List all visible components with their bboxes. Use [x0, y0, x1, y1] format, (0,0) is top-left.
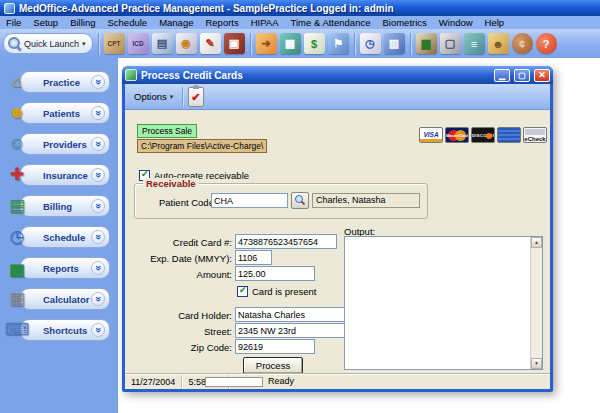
sidebar-item-label: Patients [43, 108, 80, 119]
menu-reports[interactable]: Reports [199, 17, 244, 28]
dialog-statusbar: 11/27/2004 5:58 PM Ready [125, 374, 550, 389]
app-icon [4, 3, 15, 14]
imaging-icon[interactable]: ▦ [280, 33, 301, 54]
shortcuts-icon: ⌨ [4, 316, 30, 343]
output-textarea[interactable]: ▲ ▼ [344, 236, 543, 370]
sidebar-item-practice[interactable]: ⌂ Practice [4, 68, 112, 95]
dialog-icon [125, 69, 137, 81]
dialog-titlebar[interactable]: Process Credit Cards ▁ ▢ ✕ [122, 66, 553, 84]
menu-setup[interactable]: Setup [27, 17, 64, 28]
street-input[interactable] [235, 323, 349, 338]
chevron-expand-icon[interactable] [91, 261, 105, 275]
cpt-codes-icon[interactable]: CPT [104, 33, 125, 54]
menu-billing[interactable]: Billing [64, 17, 101, 28]
main-toolbar: Quick Launch ▾ CPT ICD ▤ ◉ ✎ ▣ ➔ ▦ $ ⚑ ◷… [0, 29, 600, 58]
practice-icon: ⌂ [4, 68, 30, 95]
menubar: File Setup Billing Schedule Manage Repor… [0, 16, 600, 29]
chevron-expand-icon[interactable] [91, 199, 105, 213]
chevron-down-icon: ▾ [82, 40, 86, 48]
workstation-icon[interactable]: ▢ [440, 33, 461, 54]
chevron-expand-icon[interactable] [91, 168, 105, 182]
menu-manage[interactable]: Manage [153, 17, 199, 28]
status-progress-box [205, 377, 263, 387]
icd-codes-icon[interactable]: ICD [128, 33, 149, 54]
sidebar-item-insurance[interactable]: ✚ Insurance [4, 161, 112, 188]
options-label: Options [134, 91, 167, 102]
toolbar-separator [410, 33, 411, 55]
process-button[interactable]: Process [243, 357, 303, 374]
sidebar-item-schedule[interactable]: ◷ Schedule [4, 223, 112, 250]
card-holder-label: Card Holder: [125, 310, 232, 321]
sidebar-item-label: Reports [43, 263, 79, 274]
card-present-checkbox[interactable] [237, 286, 248, 297]
toolbar-separator [250, 33, 251, 55]
menu-schedule[interactable]: Schedule [102, 17, 154, 28]
dialog-toolbar: Options ▾ [125, 84, 550, 110]
menu-help[interactable]: Help [479, 17, 511, 28]
sidebar-item-calculator[interactable]: ▦ Calculator [4, 285, 112, 312]
credit-card-label: Credit Card #: [125, 237, 232, 248]
minimize-button[interactable]: ▁ [494, 69, 510, 82]
calendar-icon[interactable]: ▥ [384, 33, 405, 54]
card-present-row: Card is present [237, 286, 316, 297]
scroll-up-icon[interactable]: ▲ [531, 237, 542, 248]
schedule-icon: ◷ [4, 223, 30, 250]
scroll-down-icon[interactable]: ▼ [531, 358, 542, 369]
time-report-icon[interactable]: ◷ [360, 33, 381, 54]
amount-input[interactable] [235, 266, 315, 281]
patient-record-icon[interactable]: ▤ [152, 33, 173, 54]
network-icon[interactable]: ≡ [464, 33, 485, 54]
exp-date-input[interactable] [235, 250, 272, 265]
quick-launch-button[interactable]: Quick Launch ▾ [3, 33, 93, 54]
sidebar-item-reports[interactable]: ▅ Reports [4, 254, 112, 281]
accepted-cards-row: VISA MasterCard DISCOVER eCheck [419, 127, 547, 143]
chevron-expand-icon[interactable] [91, 323, 105, 337]
street-label: Street: [125, 326, 232, 337]
patient-code-input[interactable] [211, 193, 288, 208]
scrollbar[interactable]: ▲ ▼ [530, 237, 542, 369]
chevron-expand-icon[interactable] [91, 230, 105, 244]
camera-icon[interactable]: ▣ [224, 33, 245, 54]
chevron-expand-icon[interactable] [91, 75, 105, 89]
chevron-expand-icon[interactable] [91, 106, 105, 120]
patient-cd-icon[interactable]: ◉ [176, 33, 197, 54]
patient-code-label: Patient Code [159, 197, 214, 208]
employee-icon[interactable]: ☻ [488, 33, 509, 54]
chevron-expand-icon[interactable] [91, 137, 105, 151]
sidebar-item-shortcuts[interactable]: ⌨ Shortcuts [4, 316, 112, 343]
menu-hipaa[interactable]: HIPAA [245, 17, 285, 28]
sidebar-item-label: Calculator [43, 294, 89, 305]
help-icon[interactable]: ? [536, 33, 557, 54]
credit-card-input[interactable] [235, 234, 337, 249]
status-date: 11/27/2004 [125, 375, 182, 389]
menu-time-attendance[interactable]: Time & Attendance [285, 17, 377, 28]
sidebar-item-billing[interactable]: ▤ Billing [4, 192, 112, 219]
penny-icon[interactable]: ¢ [512, 33, 533, 54]
charges-icon[interactable]: $ [304, 33, 325, 54]
patient-transfer-icon[interactable]: ➔ [256, 33, 277, 54]
card-holder-input[interactable] [235, 307, 349, 322]
options-button[interactable]: Options ▾ [130, 89, 177, 104]
menu-file[interactable]: File [0, 17, 27, 28]
sidebar-item-providers[interactable]: ☺ Providers [4, 130, 112, 157]
superbill-icon[interactable]: ✎ [200, 33, 221, 54]
routing-map-icon[interactable]: ⚑ [328, 33, 349, 54]
providers-icon: ☺ [4, 130, 30, 157]
receivable-legend: Receivable [143, 178, 199, 189]
close-button[interactable]: ✕ [534, 69, 550, 82]
zip-code-input[interactable] [235, 339, 315, 354]
patient-search-button[interactable] [291, 192, 309, 209]
maximize-button[interactable]: ▢ [514, 69, 530, 82]
sidebar-item-label: Providers [43, 139, 87, 150]
mastercard-card-icon: MasterCard [445, 127, 469, 143]
sidebar-item-patients[interactable]: ☻ Patients [4, 99, 112, 126]
search-icon [7, 37, 21, 51]
app-titlebar: MedOffice-Advanced Practice Management -… [0, 0, 600, 16]
clipboard-check-icon[interactable] [188, 87, 204, 107]
chevron-expand-icon[interactable] [91, 292, 105, 306]
menu-biometrics[interactable]: Biometrics [376, 17, 432, 28]
dialog-body: Process Sale C:\Program Files\Active-Cha… [125, 110, 550, 374]
reports-chart-icon[interactable]: ▆ [416, 33, 437, 54]
menu-window[interactable]: Window [433, 17, 479, 28]
patients-icon: ☻ [4, 99, 30, 126]
